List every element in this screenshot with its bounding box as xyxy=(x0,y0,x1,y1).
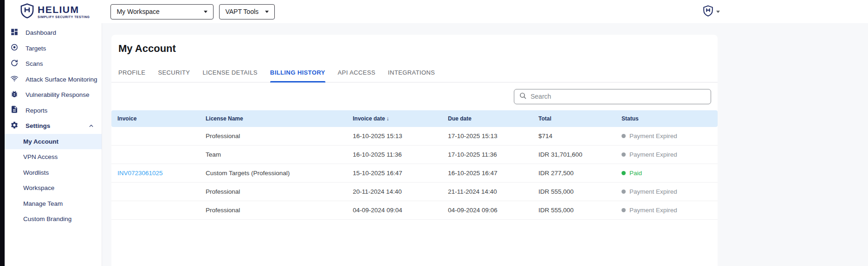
sidebar-item-scans[interactable]: Scans xyxy=(5,56,102,72)
sidebar-item-label: VPN Access xyxy=(23,153,58,160)
status-dot-icon xyxy=(622,171,626,175)
table-row: Team 16-10-2025 11:36 17-10-2025 11:36 I… xyxy=(111,146,718,164)
sidebar-item-label: My Account xyxy=(23,138,58,145)
sidebar-item-label: Vulnerability Response xyxy=(26,91,90,98)
dashboard-icon xyxy=(10,28,19,38)
sidebar-item-label: Settings xyxy=(26,122,50,129)
due-date-cell: 17-10-2025 15:13 xyxy=(448,133,538,139)
invoice-cell: INV0723061025 xyxy=(117,170,206,177)
sidebar-item-dashboard[interactable]: Dashboard xyxy=(5,25,102,41)
sidebar-item-label: Manage Team xyxy=(23,200,63,207)
invoice-link[interactable]: INV0723061025 xyxy=(117,170,163,177)
helium-shield-icon xyxy=(20,3,34,20)
scan-icon xyxy=(10,59,19,69)
invoice-date-cell: 16-10-2025 11:36 xyxy=(353,151,448,158)
workspace-select-value: My Workspace xyxy=(117,8,159,15)
total-cell: IDR 31,701,600 xyxy=(538,151,622,158)
table-row: INV0723061025 Custom Targets (Profession… xyxy=(111,164,718,183)
caret-down-icon xyxy=(265,11,269,13)
caret-down-icon xyxy=(716,11,720,13)
status-dot-icon xyxy=(622,208,626,212)
tab-api-access[interactable]: API ACCESS xyxy=(338,64,376,82)
status-dot-icon xyxy=(622,134,626,138)
tab-license-details[interactable]: LICENSE DETAILS xyxy=(202,64,257,82)
column-header-license-name[interactable]: License Name xyxy=(206,115,353,122)
sidebar-item-label: Dashboard xyxy=(26,29,56,36)
search-icon xyxy=(519,92,527,101)
sidebar-item-workspace[interactable]: Workspace xyxy=(5,180,102,196)
tab-security[interactable]: SECURITY xyxy=(158,64,190,82)
column-header-status[interactable]: Status xyxy=(622,115,718,122)
status-label: Payment Expired xyxy=(629,207,677,214)
sidebar-item-label: Scans xyxy=(26,60,43,67)
topbar: HELIUM SIMPLIFY SECURITY TESTING My Work… xyxy=(5,0,868,23)
sidebar-item-my-account[interactable]: My Account xyxy=(5,134,102,150)
sidebar-item-label: Workspace xyxy=(23,184,54,191)
billing-table-body: Professional 16-10-2025 15:13 17-10-2025… xyxy=(111,127,718,220)
sidebar-item-label: Reports xyxy=(26,107,47,114)
status-dot-icon xyxy=(622,152,626,157)
due-date-cell: 21-11-2024 14:40 xyxy=(448,188,538,195)
status-label: Payment Expired xyxy=(629,151,677,158)
due-date-cell: 04-09-2024 09:06 xyxy=(448,207,538,214)
table-row: Professional 20-11-2024 14:40 21-11-2024… xyxy=(111,183,718,201)
invoice-date-cell: 16-10-2025 15:13 xyxy=(353,133,448,139)
my-account-card: My Account PROFILE SECURITY LICENSE DETA… xyxy=(111,35,718,266)
sidebar-item-label: Targets xyxy=(26,45,46,52)
vapt-tools-select[interactable]: VAPT Tools xyxy=(219,4,275,19)
total-cell: IDR 555,000 xyxy=(538,207,622,214)
status-label: Payment Expired xyxy=(629,133,677,139)
tab-profile[interactable]: PROFILE xyxy=(118,64,145,82)
search-box[interactable] xyxy=(514,89,711,104)
due-date-cell: 17-10-2025 11:36 xyxy=(448,151,538,158)
column-header-due-date[interactable]: Due date xyxy=(448,115,538,122)
sort-desc-icon[interactable]: ↓ xyxy=(386,115,389,122)
vapt-tools-select-value: VAPT Tools xyxy=(225,8,259,15)
invoice-date-cell: 20-11-2024 14:40 xyxy=(353,188,448,195)
total-cell: $714 xyxy=(538,133,622,139)
bug-icon xyxy=(10,90,19,100)
brand-name: HELIUM xyxy=(38,5,90,14)
status-cell: Paid xyxy=(622,170,718,177)
target-icon xyxy=(10,43,19,53)
app-root: HELIUM SIMPLIFY SECURITY TESTING My Work… xyxy=(0,0,868,266)
status-cell: Payment Expired xyxy=(622,151,718,158)
sidebar-item-custom-branding[interactable]: Custom Branding xyxy=(5,211,102,227)
report-icon xyxy=(10,105,19,115)
sidebar-item-label: Wordlists xyxy=(23,169,49,176)
account-menu[interactable] xyxy=(703,0,720,23)
sidebar-item-label: Custom Branding xyxy=(23,215,71,222)
tab-billing-history[interactable]: BILLING HISTORY xyxy=(270,64,325,82)
sidebar-item-reports[interactable]: Reports xyxy=(5,103,102,119)
tab-integrations[interactable]: INTEGRATIONS xyxy=(388,64,435,82)
license-name-cell: Professional xyxy=(206,207,353,214)
left-edge-strip xyxy=(0,0,5,266)
license-name-cell: Professional xyxy=(206,188,353,195)
sidebar-item-targets[interactable]: Targets xyxy=(5,41,102,57)
brand-tagline: SIMPLIFY SECURITY TESTING xyxy=(38,15,90,19)
status-cell: Payment Expired xyxy=(622,133,718,139)
sidebar-item-manage-team[interactable]: Manage Team xyxy=(5,196,102,212)
billing-table-header: Invoice License Name Invoice date↓ Due d… xyxy=(111,110,718,127)
column-header-invoice[interactable]: Invoice xyxy=(117,115,206,122)
search-input[interactable] xyxy=(531,93,706,100)
main-content: My Account PROFILE SECURITY LICENSE DETA… xyxy=(102,23,868,266)
column-header-total[interactable]: Total xyxy=(538,115,622,122)
wifi-icon xyxy=(10,74,19,84)
license-name-cell: Professional xyxy=(206,133,353,139)
status-label: Payment Expired xyxy=(629,188,677,195)
total-cell: IDR 277,500 xyxy=(538,170,622,177)
sidebar-item-vulnerability-response[interactable]: Vulnerability Response xyxy=(5,87,102,103)
status-dot-icon xyxy=(622,190,626,194)
sidebar-item-vpn-access[interactable]: VPN Access xyxy=(5,149,102,165)
sidebar-item-settings[interactable]: Settings xyxy=(5,118,102,134)
workspace-select[interactable]: My Workspace xyxy=(110,4,214,19)
chevron-up-icon xyxy=(88,123,94,129)
brand-logo[interactable]: HELIUM SIMPLIFY SECURITY TESTING xyxy=(20,3,90,20)
sidebar: Dashboard Targets Scans Attack Surface M… xyxy=(5,23,102,266)
sidebar-item-label: Attack Surface Monitoring xyxy=(26,76,97,83)
settings-submenu: My Account VPN Access Wordlists Workspac… xyxy=(5,134,102,227)
column-header-invoice-date[interactable]: Invoice date↓ xyxy=(353,115,448,122)
sidebar-item-attack-surface-monitoring[interactable]: Attack Surface Monitoring xyxy=(5,72,102,88)
sidebar-item-wordlists[interactable]: Wordlists xyxy=(5,165,102,181)
